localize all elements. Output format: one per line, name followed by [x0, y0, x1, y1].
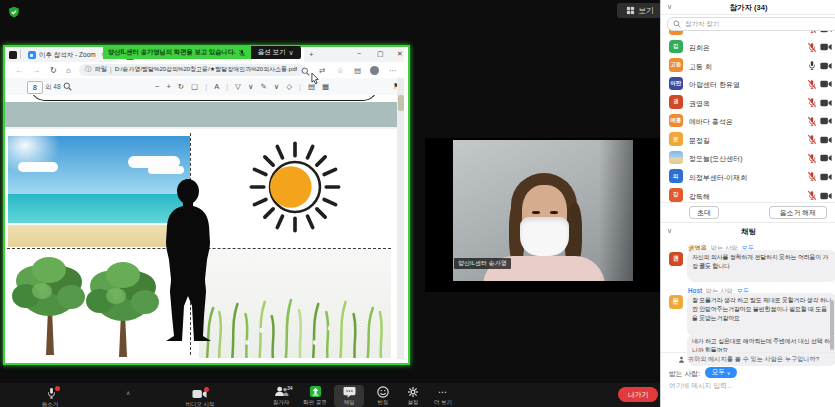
- muted-mic-icon[interactable]: [807, 79, 817, 90]
- window-minimize-button[interactable]: −: [357, 50, 361, 57]
- mic-options-chevron[interactable]: ∧: [126, 389, 130, 396]
- muted-mic-icon[interactable]: [807, 116, 817, 127]
- zoom-in-icon[interactable]: +: [166, 82, 170, 91]
- chat-icon: [334, 385, 364, 398]
- chevron-down-icon: ∨: [727, 370, 731, 376]
- participant-row[interactable]: 아한 아람센터 한유열: [661, 77, 835, 92]
- reactions-button[interactable]: 반응: [368, 385, 398, 407]
- highlight-icon[interactable]: ✎: [260, 82, 266, 91]
- camera-icon[interactable]: [820, 117, 832, 125]
- send-to-selector[interactable]: 모두 ∨: [705, 367, 737, 378]
- favorites-icon[interactable]: ☆: [337, 66, 344, 75]
- muted-mic-icon[interactable]: [807, 97, 817, 108]
- view-button[interactable]: 보기: [617, 3, 663, 18]
- participant-row[interactable]: 에홍 에바다 홍석은: [661, 114, 835, 129]
- leave-meeting-button[interactable]: 나가기: [618, 387, 658, 402]
- settings-button[interactable]: 설정: [398, 385, 428, 407]
- muted-mic-icon[interactable]: [807, 171, 817, 182]
- mic-alert-badge: [55, 386, 60, 391]
- text-tool-icon[interactable]: ▽: [235, 82, 241, 91]
- speaker-video-tile[interactable]: 양산IL센터 송가영: [425, 138, 660, 292]
- browser-scrollbar[interactable]: [397, 78, 404, 359]
- muted-mic-icon[interactable]: [807, 134, 817, 145]
- view-options-button[interactable]: 옵션 보기 ∨: [251, 46, 301, 59]
- camera-icon[interactable]: [820, 43, 832, 51]
- unmute-all-button[interactable]: 음소거 해제: [769, 206, 827, 219]
- share-screen-button[interactable]: 화면 공유: [300, 385, 330, 407]
- participant-row[interactable]: 의 의정부센터-이재희: [661, 169, 835, 184]
- participant-row[interactable]: 권 권영옥: [661, 95, 835, 110]
- camera-icon[interactable]: [820, 154, 832, 162]
- chat-button[interactable]: 채팅: [334, 385, 364, 407]
- chat-message-bubble[interactable]: 자신의 의사를 정확하게 전달하지 못하는 어려움이 가장 클듯 합니다: [687, 250, 835, 282]
- save-icon[interactable]: ▦: [322, 82, 329, 91]
- camera-icon[interactable]: [820, 136, 832, 144]
- zoom-out-icon[interactable]: −: [155, 82, 159, 91]
- scrollbar-thumb[interactable]: [398, 95, 404, 111]
- new-tab-button[interactable]: +: [309, 50, 314, 59]
- participant-row[interactable]: 강 강독해: [661, 188, 835, 203]
- chevron-down-icon[interactable]: ∨: [274, 82, 280, 91]
- participant-row[interactable]: 문 문정길: [661, 132, 835, 147]
- forward-icon[interactable]: →: [32, 66, 40, 75]
- divider: [661, 14, 835, 15]
- camera-icon[interactable]: [820, 192, 832, 200]
- participant-name: 에바다 홍석은: [689, 117, 733, 127]
- chat-privacy-note[interactable]: 귀하의 메시지를 볼 수 있는 사람은 누구입니까?: [661, 355, 835, 364]
- refresh-icon[interactable]: ↻: [50, 66, 57, 75]
- avatar: 문: [669, 132, 683, 146]
- mic-button-label[interactable]: 음소거: [28, 401, 72, 407]
- window-close-button[interactable]: ✕: [397, 50, 403, 58]
- window-maximize-button[interactable]: ▢: [377, 50, 384, 58]
- avatar: 의: [669, 169, 683, 183]
- zoom-page-icon[interactable]: [301, 67, 310, 76]
- muted-mic-icon[interactable]: [807, 42, 817, 53]
- camera-icon[interactable]: [820, 62, 832, 70]
- back-icon[interactable]: ←: [15, 66, 23, 75]
- muted-mic-icon[interactable]: [807, 153, 817, 164]
- sidebar-scrollbar-thumb[interactable]: [830, 300, 834, 350]
- search-icon[interactable]: [63, 82, 72, 91]
- read-aloud-icon[interactable]: A: [214, 82, 219, 91]
- participants-button[interactable]: 34 참가자: [266, 385, 296, 407]
- rotate-icon[interactable]: ↻: [178, 82, 184, 91]
- erase-icon[interactable]: ◇: [286, 82, 292, 91]
- person-eye: [550, 211, 558, 214]
- privacy-note-text: 귀하의 메시지를 볼 수 있는 사람은 누구입니까?: [688, 355, 819, 364]
- page-number-input[interactable]: 8: [27, 81, 43, 94]
- mic-icon[interactable]: [807, 60, 817, 71]
- more-button[interactable]: ⋯ 더 보기: [428, 385, 458, 407]
- screen-share-banner: 양산IL센터 송가영님의 화면을 보고 있습니다. 옵션 보기 ∨: [103, 46, 301, 59]
- slide-band: [5, 102, 404, 127]
- participant-search-input[interactable]: 참가자 찾기: [667, 17, 835, 31]
- camera-icon[interactable]: [820, 173, 832, 181]
- participant-row[interactable]: 고동 고동 희: [661, 58, 835, 73]
- url-field[interactable]: ⓘ 파일 | D:/송가영/발달%20강의%20창고용/★발달장애인과%20의사…: [79, 64, 305, 77]
- search-placeholder: 참가자 찾기: [685, 20, 719, 29]
- divider: |: [205, 82, 207, 91]
- participant-name: 권영옥: [689, 99, 710, 109]
- profile-avatar[interactable]: [370, 66, 379, 75]
- fit-page-icon[interactable]: ▢: [191, 82, 198, 91]
- chat-message-input[interactable]: 여기에 메시지 입력...: [669, 381, 733, 391]
- muted-mic-icon[interactable]: [807, 190, 817, 201]
- chat-message-bubble[interactable]: 잘 모를거라 생각 하고 말도 제대로 못할거라 생각 하니깐 안믿어주는거같아…: [687, 293, 835, 337]
- invite-button[interactable]: 초대: [689, 206, 719, 219]
- participant-row[interactable]: 정오늘(오산센터): [661, 151, 835, 166]
- mouse-cursor: [311, 72, 320, 85]
- video-button-label[interactable]: 비디오 시작: [178, 401, 222, 407]
- camera-icon[interactable]: [820, 80, 832, 88]
- home-icon[interactable]: ⌂: [66, 66, 71, 75]
- tab-search-icon[interactable]: [9, 51, 17, 59]
- chat-label: 채팅: [334, 399, 364, 406]
- more-menu-icon[interactable]: ⋯: [389, 66, 397, 75]
- avatar: 강: [669, 188, 683, 202]
- participant-name: 의정부센터-이재희: [689, 173, 747, 183]
- divider: [661, 222, 835, 223]
- participant-row[interactable]: 김 김희은: [661, 40, 835, 55]
- person-silhouette-image: [151, 175, 225, 349]
- page-info-icon[interactable]: ⓘ: [85, 65, 92, 74]
- camera-icon[interactable]: [820, 99, 832, 107]
- chevron-down-icon[interactable]: ∨: [248, 82, 254, 91]
- collections-icon[interactable]: ▤: [354, 66, 361, 75]
